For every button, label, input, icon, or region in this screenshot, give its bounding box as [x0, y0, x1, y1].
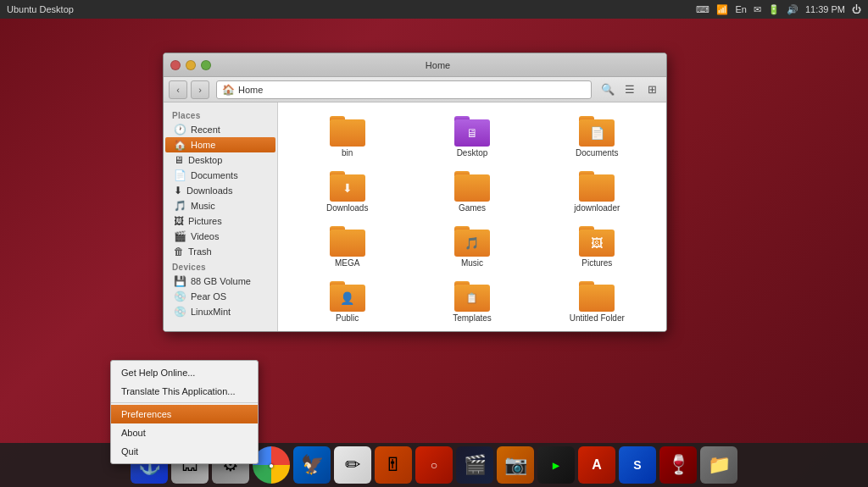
sidebar-item-pictures[interactable]: 🖼 Pictures — [165, 213, 275, 229]
folder-pictures[interactable]: 🖼 Pictures — [537, 221, 658, 273]
menu-translate[interactable]: Translate This Application... — [111, 382, 258, 401]
sidebar-item-88gb[interactable]: 💾 88 GB Volume — [165, 274, 275, 289]
sidebar-item-music[interactable]: 🎵 Music — [165, 198, 275, 213]
music-icon: 🎵 — [174, 200, 186, 212]
public-label: Public — [336, 313, 359, 323]
games-label: Games — [459, 203, 486, 213]
dock-shotwell[interactable]: 📷 — [497, 446, 534, 484]
videos-icon: 🎬 — [174, 230, 186, 242]
sidebar-item-desktop[interactable]: 🖥 Desktop — [165, 152, 275, 168]
folder-untitled[interactable]: Untitled Folder — [537, 276, 658, 328]
folder-desktop[interactable]: 🖥 Desktop — [411, 111, 532, 163]
window-minimize-btn[interactable] — [186, 60, 196, 70]
pictures-icon: 🖼 — [174, 215, 184, 227]
desktop-title: Ubuntu Desktop — [7, 4, 74, 14]
sidebar-item-recent[interactable]: 🕐 Recent — [165, 122, 275, 137]
lang-indicator: En — [735, 4, 746, 14]
dock-folder[interactable]: 📁 — [700, 446, 737, 484]
kdenlive-icon: 🎬 — [464, 454, 487, 476]
sidebar-item-pearos[interactable]: 💿 Pear OS — [165, 289, 275, 304]
folder-public[interactable]: 👤 Public — [287, 276, 408, 328]
pearos-label: Pear OS — [191, 291, 226, 302]
list-view-button[interactable]: ☰ — [620, 80, 639, 99]
forward-button[interactable]: › — [191, 80, 209, 99]
grid-view-button[interactable]: ⊞ — [643, 80, 661, 99]
thunderbird-icon: 🦅 — [301, 454, 324, 476]
folder-mega[interactable]: MEGA — [287, 221, 408, 273]
folder-games[interactable]: Games — [411, 166, 532, 218]
menu-preferences[interactable]: Preferences — [111, 405, 258, 423]
desktop-label: Desktop — [457, 148, 488, 158]
folder-bin[interactable]: bin — [287, 111, 408, 163]
sidebar-item-downloads[interactable]: ⬇ Downloads — [165, 183, 275, 198]
gedit-icon: ✏ — [345, 454, 360, 476]
home-label: Home — [191, 140, 215, 150]
devices-header: Devices — [164, 259, 277, 274]
dock-wine[interactable]: 🍷 — [659, 446, 697, 484]
file-manager-window: Home ‹ › 🏠 Home 🔍 ☰ ⊞ Places 🕐 Recent 🏠 … — [163, 53, 667, 332]
music-folder-icon: 🎵 — [454, 226, 490, 257]
public-folder-icon: 👤 — [330, 281, 365, 312]
sidebar: Places 🕐 Recent 🏠 Home 🖥 Desktop 📄 Docum… — [164, 102, 278, 331]
menu-quit[interactable]: Quit — [111, 442, 258, 461]
shotwell-icon: 📷 — [504, 454, 527, 476]
videos-label: Videos — [191, 231, 219, 241]
apt-icon: A — [592, 457, 602, 473]
dock-folder-icon: 📁 — [708, 454, 731, 476]
dock-mixer[interactable]: 🎚 — [375, 446, 412, 484]
dock-spinner[interactable]: S — [619, 446, 656, 484]
dock-terminal[interactable]: ▶ — [537, 446, 575, 484]
email-icon: ✉ — [754, 4, 761, 15]
88gb-label: 88 GB Volume — [191, 276, 251, 286]
menu-about[interactable]: About — [111, 423, 258, 442]
documents-label: Documents — [191, 170, 238, 180]
dock-kdenlive[interactable]: 🎬 — [456, 446, 493, 484]
pearos-icon: 💿 — [174, 291, 186, 302]
toolbar-icons: 🔍 ☰ ⊞ — [598, 80, 661, 99]
music-label: Music — [461, 258, 483, 268]
untitled-folder-icon — [579, 281, 615, 312]
recent-label: Recent — [191, 125, 220, 135]
templates-folder-icon: 📋 — [454, 281, 490, 312]
network-icon: 📶 — [716, 4, 728, 15]
window-content: Places 🕐 Recent 🏠 Home 🖥 Desktop 📄 Docum… — [164, 102, 666, 331]
menu-help[interactable]: Get Help Online... — [111, 363, 258, 382]
sidebar-item-linuxmint[interactable]: 💿 LinuxMint — [165, 304, 275, 319]
location-text: Home — [238, 85, 263, 95]
dock-gedit[interactable]: ✏ — [334, 446, 371, 484]
folder-downloads[interactable]: ⬇ Downloads — [287, 166, 408, 218]
mega-label: MEGA — [335, 258, 359, 268]
dock-thunderbird[interactable]: 🦅 — [293, 446, 331, 484]
folder-documents[interactable]: 📄 Documents — [537, 111, 658, 163]
top-bar: Ubuntu Desktop ⌨ 📶 En ✉ 🔋 🔊 11:39 PM ⏻ — [0, 0, 868, 19]
wine-icon: 🍷 — [667, 454, 690, 476]
menu-separator-1 — [111, 402, 258, 403]
untitled-label: Untitled Folder — [570, 313, 625, 323]
search-button[interactable]: 🔍 — [598, 80, 617, 99]
mixer-icon: 🎚 — [384, 454, 403, 476]
dock-oracle[interactable]: ○ — [415, 446, 453, 484]
templates-label: Templates — [453, 313, 492, 323]
jdownloader-folder-icon — [579, 171, 615, 202]
location-bar[interactable]: 🏠 Home — [216, 80, 592, 99]
folder-templates[interactable]: 📋 Templates — [411, 276, 532, 328]
keyboard-icon: ⌨ — [696, 4, 709, 15]
sidebar-item-documents[interactable]: 📄 Documents — [165, 168, 275, 183]
window-maximize-btn[interactable] — [201, 60, 211, 70]
terminal-icon: ▶ — [553, 458, 559, 472]
folder-jdownloader[interactable]: jdownloader — [537, 166, 658, 218]
dock-apt[interactable]: A — [578, 446, 615, 484]
sidebar-item-trash[interactable]: 🗑 Trash — [165, 244, 275, 259]
back-button[interactable]: ‹ — [169, 80, 187, 99]
bin-label: bin — [342, 148, 353, 158]
linuxmint-label: LinuxMint — [191, 307, 231, 317]
bin-folder-icon — [330, 116, 365, 147]
downloads-icon: ⬇ — [174, 185, 182, 196]
window-toolbar: ‹ › 🏠 Home 🔍 ☰ ⊞ — [164, 77, 666, 102]
sidebar-item-videos[interactable]: 🎬 Videos — [165, 229, 275, 244]
battery-icon: 🔋 — [768, 4, 780, 15]
window-close-btn[interactable] — [170, 60, 181, 70]
sidebar-item-home[interactable]: 🏠 Home — [165, 137, 275, 152]
folder-music[interactable]: 🎵 Music — [411, 221, 532, 273]
documents-icon: 📄 — [174, 169, 186, 181]
